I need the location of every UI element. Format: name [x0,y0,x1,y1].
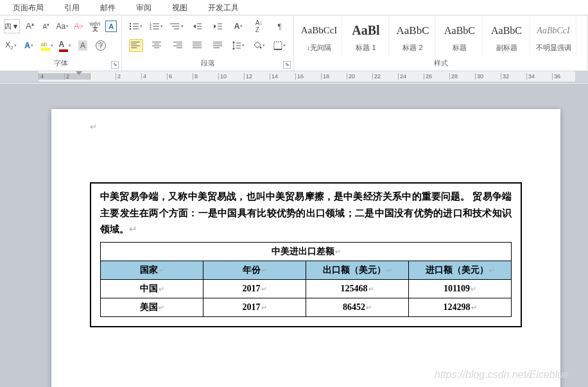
subscript-button[interactable]: X2▾ [4,39,18,52]
phonetic-guide-button[interactable]: wén文 [89,20,101,33]
paragraph-mark-icon: ↵ [90,122,97,132]
align-justify-button[interactable] [191,39,205,52]
style-item-5[interactable]: AaBbCcI不明显强调 [531,17,576,55]
text-effects-button[interactable]: A▾ [22,39,36,52]
grow-font-button[interactable]: A▴ [24,20,36,33]
table-header-cell[interactable]: 出口额（美元）↵ [306,261,409,279]
ruler-tick: 14 [270,73,295,80]
menu-page-layout[interactable]: 页面布局 [3,0,54,15]
table-cell[interactable]: 2017↵ [203,279,306,298]
ruler-tick: 30 [475,73,501,80]
align-right-button[interactable] [170,39,184,52]
align-left-button[interactable] [129,39,143,52]
style-item-1[interactable]: AaBl标题 1 [343,17,389,55]
style-item-0[interactable]: AaBbCcI↓无间隔 [297,17,342,55]
svg-marker-19 [214,24,216,28]
table-cell[interactable]: 中国↵ [101,279,203,298]
font-size-selector[interactable]: 四▼ [4,19,20,33]
svg-text:3: 3 [150,27,151,30]
ruler-tick: 6 [167,73,193,80]
data-table[interactable]: 中美进出口差额↵ 国家↵年份↵出口额（美元）↵进口额（美元）↵ 中国↵2017↵… [100,242,512,317]
ruler-tick: 20 [347,73,372,80]
ruler-tick: 24 [398,73,424,80]
align-distribute-button[interactable] [211,39,225,52]
table-cell[interactable]: 86452↵ [306,298,409,316]
table-header-cell[interactable]: 年份↵ [203,261,306,279]
watermark: https://blog.csdn.net/Eiceblue [435,369,569,381]
menu-mailings[interactable]: 邮件 [90,0,126,15]
svg-marker-15 [193,24,196,28]
table-title-cell[interactable]: 中美进出口差额↵ [101,242,512,261]
ruler-tick: 10 [218,73,244,80]
character-shading-button[interactable]: A [76,39,90,52]
line-spacing-button[interactable]: ▾ [232,39,246,52]
decrease-indent-button[interactable] [191,20,205,33]
align-center-button[interactable] [150,39,164,52]
styles-group-label: 样式 [294,57,587,71]
table-header-cell[interactable]: 国家↵ [101,261,203,279]
table-cell[interactable]: 124298↵ [409,298,512,316]
svg-point-2 [130,26,131,27]
style-name: ↓无间隔 [307,43,332,53]
enclose-characters-button[interactable]: 字 [94,39,108,52]
intro-paragraph[interactable]: 中美贸易争端，又称中美贸易战，也叫中美贸易摩擦，是中美经济关系中的重要问题。 贸… [100,189,512,238]
table-cell[interactable]: 125468↵ [306,279,409,298]
shrink-font-button[interactable]: A▾ [40,20,52,33]
style-name: 标题 [453,43,467,53]
menu-view[interactable]: 视图 [162,0,198,15]
table-row[interactable]: 美国↵2017↵86452↵124298↵ [101,298,512,316]
page[interactable]: ↵ 中美贸易争端，又称中美贸易战，也叫中美贸易摩擦，是中美经济关系中的重要问题。… [51,109,560,387]
style-preview: AaBl [352,20,379,42]
ruler-tick: 22 [372,73,398,80]
ribbon: 四▼ A▴ A▾ Aa▾ A⟳ wén文 A X2▾ A▾ ab▾ A▾ A 字 [0,15,588,71]
clear-formatting-button[interactable]: A⟳ [73,20,85,33]
table-cell[interactable]: 美国↵ [101,298,203,316]
ruler-tick: 28 [449,73,475,80]
indent-marker-icon[interactable] [76,71,82,76]
text-frame[interactable]: 中美贸易争端，又称中美贸易战，也叫中美贸易摩擦，是中美经济关系中的重要问题。 贸… [90,182,522,327]
bullets-button[interactable]: ▾ [129,20,143,33]
style-item-3[interactable]: AaBbC标题 [437,17,483,55]
ribbon-font-group: 四▼ A▴ A▾ Aa▾ A⟳ wén文 A X2▾ A▾ ab▾ A▾ A 字 [0,15,122,71]
ruler[interactable]: 4224681012141618202224262830323436384042… [0,71,588,83]
font-color-button[interactable]: A▾ [58,39,72,52]
text-direction-button[interactable]: A▾ [232,20,246,33]
ruler-tick: 2 [116,73,141,80]
table-cell[interactable]: 2017↵ [203,298,306,316]
show-marks-button[interactable]: ¶ [273,20,287,33]
style-item-2[interactable]: AaBbC标题 2 [390,17,436,55]
menu-bar: 页面布局 引用 邮件 审阅 视图 开发工具 [0,0,588,15]
menu-references[interactable]: 引用 [54,0,90,15]
font-group-label: 字体⬊ [0,57,121,71]
change-case-button[interactable]: Aa▾ [56,20,69,33]
ruler-tick: 36 [552,73,575,80]
paragraph-dialog-launcher[interactable]: ⬊ [283,61,291,69]
ruler-tick: 32 [501,73,526,80]
table-header-cell[interactable]: 进口额（美元）↵ [409,261,512,279]
sort-button[interactable]: A↓Z [252,20,266,33]
ribbon-paragraph-group: ▾ 123▾ ▾ A▾ A↓Z ¶ [122,15,294,71]
table-row[interactable]: 中国↵2017↵125468↵101109↵ [101,279,512,298]
style-preview: AaBbC [397,20,429,42]
style-item-4[interactable]: AaBbC副标题 [484,17,530,55]
style-preview: AaBbCcI [537,20,569,42]
increase-indent-button[interactable] [211,20,225,33]
svg-marker-25 [232,48,235,50]
borders-button[interactable]: ▾ [273,39,287,52]
svg-rect-30 [274,42,282,49]
font-dialog-launcher[interactable]: ⬊ [111,61,119,69]
highlight-button[interactable]: ab▾ [40,39,54,52]
numbering-button[interactable]: 123▾ [150,20,164,33]
multilevel-list-button[interactable]: ▾ [170,20,184,33]
menu-developer[interactable]: 开发工具 [198,0,249,15]
svg-point-0 [130,23,131,24]
ruler-tick [90,73,116,80]
svg-point-4 [130,28,131,30]
style-name: 标题 1 [356,43,376,53]
menu-review[interactable]: 审阅 [126,0,162,15]
ruler-tick: 12 [244,73,270,80]
character-border-button[interactable]: A [105,20,117,33]
style-name: 不明显强调 [536,43,571,53]
shading-button[interactable]: ▾ [252,39,266,52]
table-cell[interactable]: 101109↵ [409,279,512,298]
